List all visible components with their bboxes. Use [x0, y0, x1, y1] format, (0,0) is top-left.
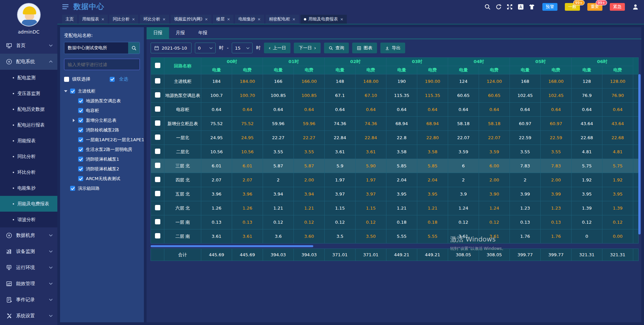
row-checkbox[interactable] — [155, 78, 160, 84]
row-checkbox[interactable] — [155, 219, 160, 224]
tree-checkbox[interactable] — [78, 98, 83, 103]
header-tab[interactable]: 环比分析× — [140, 15, 169, 24]
row-checkbox[interactable] — [155, 163, 160, 168]
tree-checkbox[interactable] — [78, 166, 83, 171]
sidebar-group[interactable]: 配电系统 — [0, 54, 57, 70]
row-checkbox[interactable] — [155, 134, 160, 140]
header-tab[interactable]: 主页 — [62, 15, 77, 24]
sidebar-subitem[interactable]: 用能报表 — [0, 133, 57, 149]
header-tab[interactable]: 用能报表× — [79, 15, 108, 24]
sidebar-subitem[interactable]: 配电运行报表 — [0, 117, 57, 133]
row-checkbox[interactable] — [155, 149, 160, 154]
sidebar-subitem[interactable]: 谐波分析 — [0, 212, 57, 227]
sidebar-subitem[interactable]: 用能及电费报表 — [0, 196, 57, 212]
close-icon[interactable]: × — [132, 17, 135, 21]
sidebar-group[interactable]: 系统设置 — [0, 308, 57, 324]
tree-checkbox[interactable] — [78, 147, 83, 152]
tree-checkbox[interactable] — [78, 157, 83, 162]
table-row[interactable]: 一层北24.9524.9522.2722.2722.8422.8422.822.… — [151, 131, 639, 145]
chart-button[interactable]: 图表 — [352, 43, 377, 53]
header-tab[interactable]: 楼层× — [213, 15, 233, 24]
tree-checkbox[interactable] — [78, 127, 83, 132]
header-tab[interactable]: 视频监控(内网)× — [171, 15, 211, 24]
close-icon[interactable]: × — [227, 17, 230, 21]
vertical-scrollbar[interactable] — [638, 74, 641, 234]
station-input[interactable] — [64, 42, 128, 54]
select-all-checkbox[interactable] — [110, 77, 115, 82]
report-tab[interactable]: 年报 — [192, 27, 214, 39]
table-row[interactable]: 新增分立柜总表75.5275.5259.9659.9674.3674.3668.… — [151, 117, 639, 131]
search-icon[interactable] — [484, 4, 491, 10]
tree-item[interactable]: 一层南1APE2右一层北1APE1左 — [64, 135, 140, 145]
tree-expanded-icon[interactable] — [64, 90, 67, 92]
tree-item[interactable]: 新增分立柜总表 — [64, 115, 140, 125]
table-row[interactable]: 五层 北3.963.963.943.943.973.973.953.953.93… — [151, 187, 639, 201]
sidebar-group[interactable]: 首页 — [0, 38, 57, 54]
tree-item[interactable]: 消防喷淋机械泵1 — [64, 154, 140, 164]
tree-item[interactable]: ARCM无线表测试 — [64, 174, 140, 183]
alarm-badge[interactable]: 重要99+ — [587, 3, 602, 11]
keyword-filter-input[interactable] — [64, 59, 140, 70]
row-checkbox[interactable] — [155, 233, 160, 238]
table-row[interactable]: 一层 南0.130.130.120.120.120.120.180.180.12… — [151, 215, 639, 229]
close-icon[interactable]: × — [340, 17, 343, 21]
refresh-icon[interactable] — [495, 4, 502, 10]
avatar[interactable] — [17, 3, 41, 26]
header-tab[interactable]: 精密配电柜× — [266, 15, 299, 24]
tree-collapsed-icon[interactable] — [72, 119, 75, 122]
close-icon[interactable]: × — [258, 17, 261, 21]
sidebar-group[interactable]: 事件记录 — [0, 292, 57, 308]
tree-checkbox[interactable] — [78, 176, 83, 181]
sidebar-group[interactable]: 设备监测 — [0, 243, 57, 260]
prev-day-button[interactable]: ‹ 上一日 — [264, 43, 291, 53]
header-tab[interactable]: 同比分析× — [109, 15, 138, 24]
header-tab[interactable]: 电能集抄× — [235, 15, 264, 24]
row-checkbox[interactable] — [155, 106, 160, 112]
row-checkbox[interactable] — [155, 120, 160, 126]
next-day-button[interactable]: 下一日 › — [294, 43, 321, 53]
sidebar-group[interactable]: 数据机房 — [0, 227, 57, 243]
sidebar-subitem[interactable]: 环比分析 — [0, 164, 57, 180]
hour-from-select[interactable]: 0 — [195, 43, 216, 53]
tree-checkbox[interactable] — [78, 137, 83, 142]
tree-item[interactable]: 地源热泵空调总表 — [64, 96, 140, 106]
sidebar-subitem[interactable]: 同比分析 — [0, 149, 57, 164]
export-button[interactable]: 导出 — [380, 43, 405, 53]
table-row[interactable]: 三层 北6.016.015.875.875.95.905.855.8566.00… — [151, 159, 639, 173]
close-icon[interactable]: × — [292, 17, 296, 21]
row-checkbox[interactable] — [155, 191, 160, 196]
select-all-rows-checkbox[interactable] — [155, 63, 160, 68]
close-icon[interactable]: × — [162, 17, 165, 21]
tree-item[interactable]: 演示箱回路 — [64, 183, 140, 193]
query-button[interactable]: 查询 — [324, 43, 349, 53]
tree-checkbox[interactable] — [70, 89, 75, 94]
table-row[interactable]: 二层 南3.613.613.63.603.53.505.555.553.613.… — [151, 229, 639, 243]
user-icon[interactable] — [632, 4, 639, 10]
horizontal-scrollbar[interactable] — [151, 245, 313, 247]
sidebar-subitem[interactable]: 电能集抄 — [0, 180, 57, 196]
sidebar-subitem[interactable]: 配电监测 — [0, 70, 57, 86]
sidebar-group[interactable]: 能效管理 — [0, 276, 57, 292]
sidebar-subitem[interactable]: 变压器监测 — [0, 86, 57, 101]
tree-checkbox[interactable] — [78, 108, 83, 113]
tree-checkbox[interactable] — [70, 186, 75, 191]
table-row[interactable]: 四层 北2.072.0722.001.971.972.042.0422.0022… — [151, 173, 639, 187]
sidebar-group[interactable]: 运行环境 — [0, 260, 57, 276]
date-picker[interactable]: 2021-05-10 — [151, 43, 192, 53]
alarm-badge[interactable]: 预警 — [542, 3, 557, 11]
close-icon[interactable]: × — [101, 17, 104, 21]
menu-toggle-icon[interactable] — [62, 4, 69, 9]
translate-icon[interactable]: A — [518, 4, 524, 10]
table-row[interactable]: 电容柜0.640.640.640.640.640.640.640.640.640… — [151, 103, 639, 117]
fullscreen-icon[interactable] — [506, 4, 513, 10]
tree-item[interactable]: 生活水泵2路一层弱电房 — [64, 145, 140, 154]
table-row[interactable]: 地源热泵空调总表100.7100.70100.85100.8567.167.10… — [151, 89, 639, 103]
alarm-badge[interactable]: 一般99+ — [565, 3, 580, 11]
sidebar-subitem[interactable]: 配电历史数据 — [0, 101, 57, 117]
row-checkbox[interactable] — [155, 205, 160, 210]
tree-item[interactable]: 主进线柜 — [64, 86, 140, 96]
hour-to-select[interactable]: 15 — [232, 43, 253, 53]
tree-item[interactable]: 消防栓机械泵2路 — [64, 125, 140, 135]
table-row[interactable]: 二层北10.5610.563.553.553.613.613.583.583.5… — [151, 145, 639, 159]
station-search-button[interactable] — [128, 42, 140, 54]
